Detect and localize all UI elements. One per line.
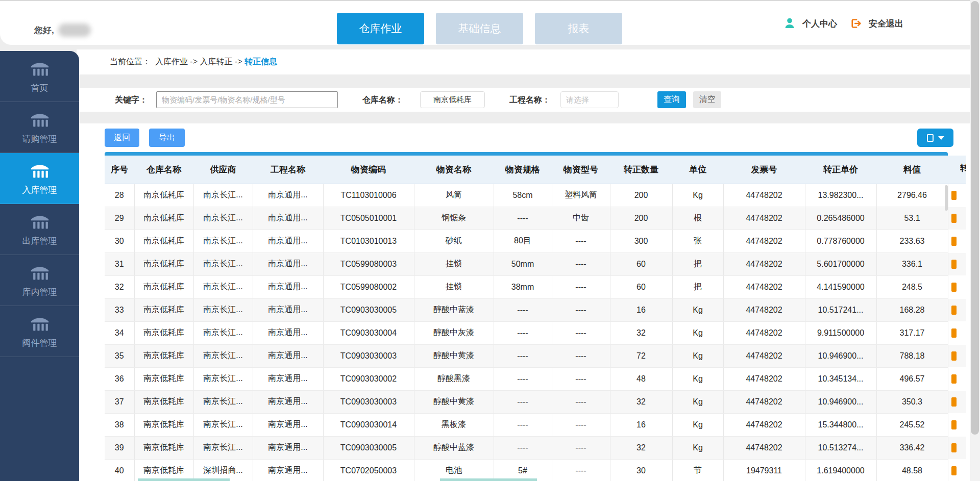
table-cell: 34 [105, 321, 134, 344]
clipped-action-link[interactable] [951, 260, 957, 269]
clipped-action-link[interactable] [951, 237, 957, 246]
table-row[interactable]: 40南京低耗库深圳招商...南京通用...TC0702050003电池5#---… [105, 459, 966, 481]
table-cell: 挂锁 [414, 252, 494, 275]
table-cell: TC0702050003 [323, 459, 414, 481]
sidebar-item-2[interactable]: 入库管理 [0, 153, 79, 204]
search-button[interactable]: 查询 [657, 91, 686, 108]
table-cell: 58cm [494, 184, 552, 207]
sidebar-item-0[interactable]: 首页 [0, 51, 79, 102]
export-button[interactable]: 导出 [149, 129, 185, 147]
table-row[interactable]: 34南京低耗库南京长江...南京通用...TC0903030004醇酸中灰漆--… [105, 321, 966, 344]
table-cell: 张 [672, 230, 723, 252]
warehouse-input[interactable] [420, 91, 485, 108]
sidebar-item-1[interactable]: 请购管理 [0, 102, 79, 153]
page-scrollbar-thumb[interactable] [971, 1, 979, 435]
table-cell: 南京低耗库 [134, 275, 193, 298]
breadcrumb-separator: -> [188, 57, 200, 66]
table-cell: ---- [552, 367, 610, 390]
table-cell: 10.345134... [805, 367, 876, 390]
table-cell: ---- [494, 390, 552, 413]
column-header: 物资型号 [552, 156, 610, 184]
table-cell: 60 [610, 252, 672, 275]
table-cell: 44748202 [723, 321, 805, 344]
table-cell: 南京长江... [193, 413, 253, 436]
table-row[interactable]: 29南京低耗库南京长江...南京通用...TC0505010001钢锯条----… [105, 207, 966, 230]
table-cell: 317.17 [876, 321, 948, 344]
table-cell: 168.28 [876, 298, 948, 321]
table-cell: 南京低耗库 [134, 459, 193, 481]
clipped-action-link[interactable] [951, 351, 957, 361]
table-row[interactable]: 35南京低耗库南京长江...南京通用...TC0903030003醇酸中黄漆--… [105, 344, 966, 367]
keyword-input[interactable] [156, 91, 338, 108]
table-cell: TC0903030014 [323, 413, 414, 436]
breadcrumb-separator: -> [232, 57, 244, 66]
table-cell: 10.513274... [805, 436, 876, 459]
sidebar-item-label: 请购管理 [22, 133, 57, 145]
clipped-action-link[interactable] [951, 283, 957, 292]
bottom-edge-fragment [440, 478, 537, 481]
tab-0[interactable]: 仓库作业 [337, 13, 424, 44]
clipped-action-link[interactable] [951, 397, 957, 407]
project-select[interactable] [560, 91, 619, 108]
clipped-action-link[interactable] [951, 443, 957, 452]
table-cell: 南京通用... [253, 436, 323, 459]
clipped-action-link[interactable] [951, 214, 957, 223]
table-cell: 48 [610, 367, 672, 390]
table-row[interactable]: 37南京低耗库南京长江...南京通用...TC0903030003醇酸中黄漆--… [105, 390, 966, 413]
table-cell: 南京长江... [193, 436, 253, 459]
column-settings-button[interactable] [917, 129, 953, 147]
table-cell: 44748202 [723, 413, 805, 436]
table-cell: 南京低耗库 [134, 344, 193, 367]
clipped-action-link[interactable] [951, 466, 957, 475]
table-cell: 2796.46 [876, 184, 948, 207]
breadcrumb-part[interactable]: 入库转正 [200, 57, 232, 66]
table-cell: 南京长江... [193, 184, 253, 207]
table-cell: ---- [494, 207, 552, 230]
table-row[interactable]: 39南京低耗库南京长江...南京通用...TC0903030005醇酸中蓝漆--… [105, 436, 966, 459]
breadcrumb-prefix: 当前位置： [110, 57, 155, 67]
clipped-action-link[interactable] [951, 191, 957, 200]
sidebar-item-4[interactable]: 库内管理 [0, 255, 79, 306]
table-cell: 44748202 [723, 230, 805, 252]
table-cell: 336.42 [876, 436, 948, 459]
table-row[interactable]: 36南京低耗库南京长江...南京通用...TC0903030002醇酸黑漆---… [105, 367, 966, 390]
tab-2[interactable]: 报表 [535, 13, 622, 44]
table-cell: 53.1 [876, 207, 948, 230]
table-cell: 南京低耗库 [134, 367, 193, 390]
table-row[interactable]: 30南京低耗库南京长江...南京通用...TC0103010013砂纸80目--… [105, 230, 966, 252]
clipped-action-link[interactable] [951, 420, 957, 429]
breadcrumb-part[interactable]: 入库作业 [155, 57, 188, 66]
table-cell: 南京长江... [193, 207, 253, 230]
table-cell: ---- [494, 298, 552, 321]
table-cell: 风筒 [414, 184, 494, 207]
clipped-action-link[interactable] [951, 328, 957, 338]
table-cell: 29 [105, 207, 134, 230]
table-cell: 44748202 [723, 367, 805, 390]
table-row[interactable]: 33南京低耗库南京长江...南京通用...TC0903030005醇酸中蓝漆--… [105, 298, 966, 321]
tab-1[interactable]: 基础信息 [436, 13, 523, 44]
filter-bar: 关键字： 仓库名称： 工程名称： 查询 清空 [77, 88, 980, 112]
table-scrollbar-thumb[interactable] [945, 185, 948, 211]
back-button[interactable]: 返回 [105, 129, 139, 147]
table-cell: 南京通用... [253, 252, 323, 275]
sidebar-item-5[interactable]: 阀件管理 [0, 306, 79, 357]
table-row[interactable]: 28南京低耗库南京长江...南京通用...TC1103010006风筒58cm塑… [105, 184, 966, 207]
table-cell: 南京长江... [193, 298, 253, 321]
table-row[interactable]: 38南京低耗库南京长江...南京通用...TC0903030014黑板漆----… [105, 413, 966, 436]
table-cell: ---- [494, 436, 552, 459]
breadcrumb: 当前位置： 入库作业 -> 入库转正 -> 转正信息 [110, 49, 277, 74]
profile-link[interactable]: 个人中心 [802, 18, 837, 30]
table-cell: 336.1 [876, 252, 948, 275]
table-cell: 33 [105, 298, 134, 321]
clipped-action-link[interactable] [951, 306, 957, 315]
table-row[interactable]: 32南京低耗库南京长江...南京通用...TC0599080002挂锁38mm-… [105, 275, 966, 298]
table-cell: 10.946900... [805, 344, 876, 367]
table-cell: 32 [610, 436, 672, 459]
clear-button[interactable]: 清空 [693, 91, 721, 108]
sidebar-item-3[interactable]: 出库管理 [0, 204, 79, 255]
table-row[interactable]: 31南京低耗库南京长江...南京通用...TC0599080003挂锁50mm-… [105, 252, 966, 275]
table-cell: 南京长江... [193, 321, 253, 344]
clipped-action-link[interactable] [951, 374, 957, 384]
logout-link[interactable]: 安全退出 [869, 18, 903, 30]
table-cell: 黑板漆 [414, 413, 494, 436]
